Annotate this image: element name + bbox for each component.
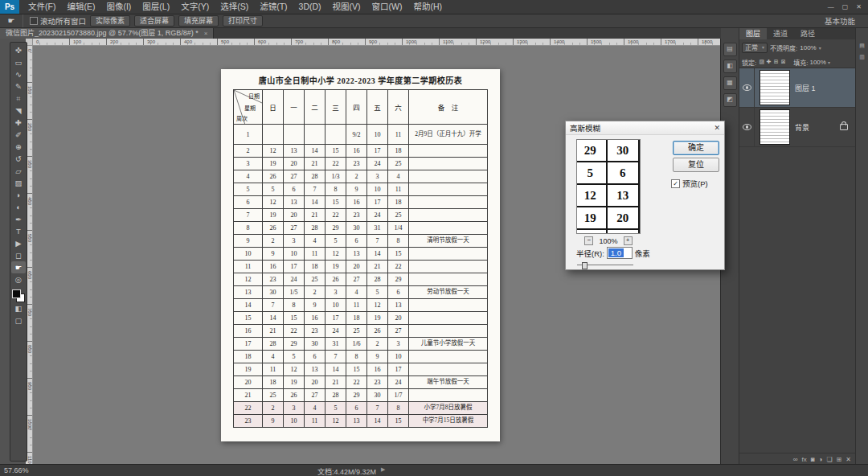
link-layers-icon[interactable]: ∞ (793, 456, 798, 463)
collapsed-panel-icon[interactable]: ▤ (723, 43, 737, 56)
filter-preview[interactable]: 293056121319202627 (576, 139, 641, 234)
panel-tab-通道[interactable]: 通道 (767, 28, 794, 39)
photoshop-logo[interactable]: Ps (0, 0, 19, 14)
history-brush-tool-icon[interactable]: ↺ (11, 153, 26, 165)
foreground-color-swatch[interactable] (12, 289, 21, 298)
date-cell: 3 (326, 286, 346, 299)
adjustment-layer-icon[interactable]: ◑ (819, 456, 823, 463)
maximize-button[interactable]: ▢ (842, 3, 849, 10)
blend-mode-select[interactable]: 正常 ▾ (742, 43, 768, 53)
hand-tool-preset-icon[interactable]: ☛ (0, 14, 23, 27)
layer-visibility-toggle[interactable] (739, 108, 755, 146)
calendar-week-row: 5567891011 (234, 183, 488, 196)
date-cell: 19 (326, 261, 346, 273)
dialog-close-icon[interactable]: ✕ (714, 124, 720, 132)
menu-item[interactable]: 帮助(H) (408, 0, 448, 14)
opacity-value[interactable]: 100% (800, 44, 816, 51)
clone-stamp-tool-icon[interactable]: ⊕ (11, 141, 26, 153)
blur-tool-icon[interactable]: ◗ (11, 189, 26, 201)
panel-tab-路径[interactable]: 路径 (794, 28, 821, 39)
brush-tool-icon[interactable]: ✐ (11, 129, 26, 141)
lock-option-icon[interactable]: ✚ (765, 59, 772, 65)
workspace-switcher[interactable]: 基本功能 (825, 15, 868, 27)
menu-item[interactable]: 文件(F) (23, 0, 61, 14)
hand-tool-icon[interactable]: ☛ (11, 261, 26, 273)
layer-style-icon[interactable]: fx (802, 456, 807, 463)
view-button[interactable]: 打印尺寸 (223, 15, 263, 27)
layer-group-icon[interactable]: ❏ (826, 456, 832, 463)
collapsed-panel-icon[interactable]: ◩ (723, 93, 737, 107)
collapsed-panel-icon[interactable]: ▦ (723, 76, 737, 90)
radius-input[interactable]: 1.0 (607, 247, 633, 259)
date-cell: 2 (367, 338, 388, 351)
radius-slider[interactable] (577, 261, 633, 269)
zoom-out-button[interactable]: − (584, 236, 593, 245)
gradient-tool-icon[interactable]: ▨ (11, 177, 26, 189)
lasso-tool-icon[interactable]: ∿ (11, 68, 26, 80)
marquee-tool-icon[interactable]: ▭ (11, 56, 26, 68)
dock-collapse-icon[interactable]: ▤ (859, 43, 865, 49)
healing-brush-tool-icon[interactable]: ✚ (11, 117, 26, 129)
view-button[interactable]: 实际像素 (90, 15, 130, 27)
shape-tool-icon[interactable]: ◻ (11, 249, 26, 261)
reset-button[interactable]: 复位 (673, 158, 719, 172)
quick-mask-icon[interactable]: ◧ (11, 302, 26, 314)
dialog-title-bar[interactable]: 高斯模糊 ✕ (566, 121, 724, 135)
zoom-tool-icon[interactable]: ◎ (11, 273, 26, 285)
document-tab[interactable]: 微信图片_20230215073880.jpg @ 57.7%(图层 1, RG… (0, 28, 214, 39)
lock-option-icon[interactable]: ⊠ (780, 59, 787, 65)
horizontal-ruler[interactable]: 0100200300400500600700800900100011001200… (32, 39, 721, 46)
dock-collapse-icon[interactable]: ▥ (859, 54, 865, 60)
date-cell: 18 (388, 145, 409, 158)
path-selection-tool-icon[interactable]: ▶ (11, 237, 26, 249)
menu-item[interactable]: 文字(Y) (175, 0, 215, 14)
lock-option-icon[interactable]: ▨ (758, 59, 765, 65)
preview-checkbox[interactable]: ✓ 预览(P) (671, 178, 708, 189)
week-number-cell: 4 (234, 170, 263, 183)
view-button[interactable]: 填充屏幕 (178, 15, 219, 27)
quick-selection-tool-icon[interactable]: ✎ (11, 80, 26, 92)
note-cell (409, 312, 488, 325)
layer-row[interactable]: 背景 (739, 108, 855, 147)
date-cell: 9 (263, 415, 284, 428)
date-cell: 6 (305, 351, 326, 363)
view-button[interactable]: 适合屏幕 (134, 15, 174, 27)
menu-item[interactable]: 滤镜(T) (254, 0, 293, 14)
color-swatches[interactable] (12, 289, 25, 302)
scroll-all-windows-checkbox[interactable]: 滚动所有窗口 (23, 15, 86, 27)
crop-tool-icon[interactable]: ⌗ (11, 92, 26, 105)
pen-tool-icon[interactable]: ✒ (11, 213, 26, 225)
dodge-tool-icon[interactable]: ◐ (11, 201, 26, 213)
document-canvas[interactable]: 唐山市全日制中小学 2022-2023 学年度第二学期校历表 日期星期周次日一二… (221, 69, 500, 441)
layer-row[interactable]: 图层 1 (739, 68, 855, 108)
minimize-button[interactable]: — (828, 3, 834, 10)
ok-button[interactable]: 确定 (673, 141, 719, 155)
lock-option-icon[interactable]: ⊞ (772, 59, 780, 65)
tab-close-icon[interactable]: × (204, 28, 208, 39)
menu-item[interactable]: 3D(D) (293, 0, 327, 14)
status-menu-arrow-icon[interactable]: ▶ (381, 466, 385, 473)
close-button[interactable]: ✕ (856, 3, 862, 10)
collapsed-panel-icon[interactable]: ◧ (723, 60, 737, 73)
menu-item[interactable]: 窗口(W) (366, 0, 408, 14)
panel-tab-图层[interactable]: 图层 (739, 28, 767, 39)
layer-visibility-toggle[interactable] (739, 68, 755, 107)
menu-item[interactable]: 视图(V) (327, 0, 366, 14)
type-tool-icon[interactable]: T (11, 225, 26, 237)
move-tool-icon[interactable]: ✜ (11, 44, 26, 56)
menu-item[interactable]: 图像(I) (100, 0, 137, 14)
slider-thumb[interactable] (582, 262, 588, 269)
menu-item[interactable]: 编辑(E) (61, 0, 100, 14)
menu-item[interactable]: 选择(S) (215, 0, 254, 14)
zoom-level-field[interactable]: 57.66% (4, 466, 29, 474)
new-layer-icon[interactable]: ⊞ (837, 456, 842, 463)
screen-mode-icon[interactable]: ▢ (11, 314, 26, 326)
fill-value[interactable]: 100% (809, 59, 825, 66)
menu-item[interactable]: 图层(L) (137, 0, 175, 14)
date-cell: 18 (263, 376, 284, 389)
delete-layer-icon[interactable]: ✕ (845, 456, 851, 463)
eraser-tool-icon[interactable]: ▱ (11, 165, 26, 177)
zoom-in-button[interactable]: + (624, 236, 633, 245)
layer-mask-icon[interactable]: ◙ (811, 456, 815, 463)
eyedropper-tool-icon[interactable]: ◥ (11, 105, 26, 117)
